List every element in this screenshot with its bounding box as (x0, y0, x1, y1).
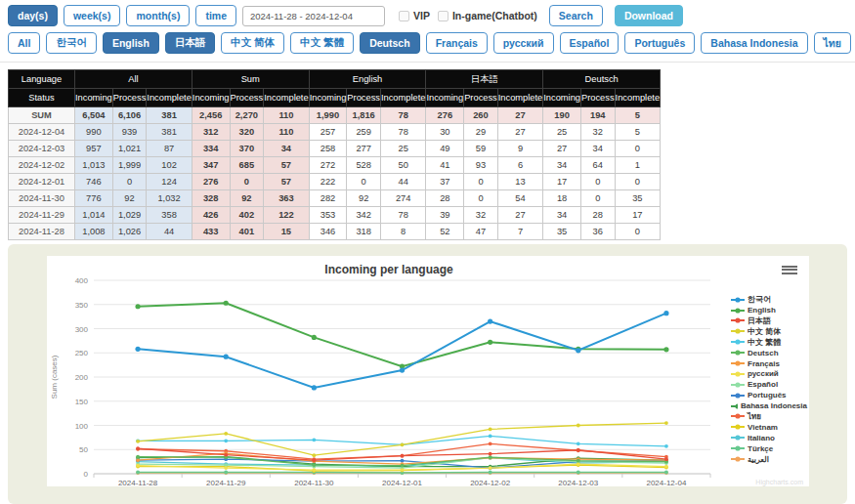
language-button-한국어[interactable]: 한국어 (46, 32, 97, 54)
cell-value: 17 (615, 207, 660, 224)
checkbox-row-IngameChatbot: In-game(Chatbot) (438, 10, 537, 21)
legend-item-Türkçe[interactable]: Türkçe (731, 443, 807, 452)
series-point (664, 465, 668, 469)
cell-value: 776 (75, 190, 113, 207)
legend-item-Français[interactable]: Français (731, 358, 807, 367)
x-tick-label: 2024-11-30 (294, 479, 334, 486)
cell-value: 35 (543, 224, 581, 240)
cell-value: 18 (543, 190, 581, 207)
cell-value: 7 (497, 224, 542, 240)
header-incomplete: Incomplete (380, 89, 425, 107)
legend-item-العربية[interactable]: العربية (731, 454, 807, 463)
series-point (136, 446, 140, 450)
legend-item-Italiano[interactable]: Italiano (731, 434, 807, 442)
cell-value: 363 (264, 190, 309, 207)
legend-label: Türkçe (748, 444, 773, 453)
cell-value: 15 (264, 224, 309, 240)
header-process: Process (580, 89, 615, 107)
y-tick-label: 350 (75, 301, 89, 310)
language-button-日本語[interactable]: 日本語 (165, 32, 216, 54)
y-axis-title: Sum (cases) (50, 355, 59, 399)
cell-value: 27 (497, 107, 542, 124)
cell-value: 358 (147, 207, 192, 224)
cell-value: 32 (580, 124, 615, 141)
cell-value: 41 (426, 157, 464, 174)
series-line-한국어 (138, 314, 666, 388)
language-button-русский[interactable]: русский (493, 32, 554, 54)
legend-item-Vietnam[interactable]: Vietnam (731, 423, 807, 432)
cell-value: 1,816 (347, 107, 381, 124)
legend-item-Español[interactable]: Español (731, 380, 807, 389)
legend-item-한국어[interactable]: 한국어 (731, 295, 807, 304)
language-button-中文-简体[interactable]: 中文 简体 (221, 32, 284, 54)
period-button-weeks[interactable]: week(s) (64, 5, 121, 26)
legend-item-日本語[interactable]: 日本語 (731, 316, 807, 325)
period-button-days[interactable]: day(s) (8, 5, 58, 26)
legend-item-Deutsch[interactable]: Deutsch (731, 348, 807, 357)
language-button-Bahasa-Indonesia[interactable]: Bahasa Indonesia (701, 32, 807, 54)
cell-value: 122 (264, 207, 309, 224)
cell-value: 0 (112, 174, 147, 190)
cell-value: 401 (230, 224, 264, 240)
cell-value: 34 (543, 157, 581, 174)
period-button-months[interactable]: month(s) (126, 5, 190, 26)
language-button-Deutsch[interactable]: Deutsch (360, 32, 419, 54)
search-button[interactable]: Search (549, 5, 603, 26)
header-process: Process (347, 89, 381, 107)
series-point (576, 348, 580, 353)
cell-value: 35 (615, 190, 660, 207)
chart-menu-icon[interactable] (780, 262, 799, 277)
language-button-Português[interactable]: Português (624, 32, 695, 54)
legend-item-中文 繁體[interactable]: 中文 繁體 (731, 338, 807, 347)
legend-item-English[interactable]: English (731, 306, 807, 315)
cell-value: 1,014 (75, 207, 113, 224)
language-button-Español[interactable]: Español (560, 32, 620, 54)
series-point (135, 304, 140, 309)
ingamechatbot-checkbox[interactable] (438, 11, 449, 21)
series-point (489, 428, 492, 432)
legend-item-中文 简体[interactable]: 中文 简体 (731, 327, 807, 336)
cell-value: 36 (580, 224, 615, 240)
chart-title: Incoming per language (47, 263, 731, 276)
language-button-中文-繁體[interactable]: 中文 繁體 (290, 32, 354, 54)
legend-item-ไทย[interactable]: ไทย (731, 412, 807, 421)
legend-marker-icon (731, 316, 745, 324)
cell-value: 25 (380, 141, 425, 157)
legend-item-Bahasa Indonesia[interactable]: Bahasa Indonesia (731, 401, 807, 410)
cell-value: 57 (264, 174, 309, 190)
cell-value: 0 (615, 224, 660, 240)
y-tick-label: 300 (75, 325, 89, 334)
series-point (224, 432, 228, 436)
header-status: Status (9, 89, 75, 107)
cell-value: 347 (192, 157, 230, 174)
language-button-English[interactable]: English (103, 32, 159, 54)
cell-value: 342 (347, 207, 381, 224)
cell-value: 746 (75, 174, 113, 190)
cell-value: 402 (230, 207, 264, 224)
legend-item-Português[interactable]: Português (731, 391, 807, 399)
language-button-All[interactable]: All (8, 32, 40, 54)
cell-value: 194 (580, 107, 615, 124)
cell-value: 92 (112, 190, 147, 207)
language-button-ไทย[interactable]: ไทย (814, 32, 851, 54)
cell-value: 0 (230, 174, 264, 190)
legend-item-русский[interactable]: русский (731, 369, 807, 378)
vip-checkbox[interactable] (399, 11, 409, 21)
table-row: 2024-11-281,0081,02644433401153463188524… (9, 224, 661, 240)
language-button-Français[interactable]: Français (426, 32, 488, 54)
x-tick-label: 2024-11-28 (118, 479, 158, 486)
x-tick-label: 2024-12-02 (470, 479, 510, 486)
language-filter-bar: All한국어English日本語中文 简体中文 繁體DeutschFrançai… (0, 29, 855, 63)
series-point (401, 454, 405, 458)
header-group-Deutsch: Deutsch (543, 70, 661, 89)
statistics-table: LanguageAllSumEnglish日本語DeutschStatusInc… (8, 69, 661, 240)
series-point (136, 455, 140, 459)
cell-value: 124 (147, 174, 192, 190)
header-status-row: StatusIncomingProcessIncompleteIncomingP… (9, 89, 661, 107)
download-button[interactable]: Download (615, 5, 683, 26)
cell-value: 328 (192, 190, 230, 207)
period-button-time[interactable]: time (195, 5, 236, 26)
date-range-input[interactable] (242, 6, 385, 26)
cell-value: 370 (230, 141, 264, 157)
cell-value: 110 (264, 107, 309, 124)
